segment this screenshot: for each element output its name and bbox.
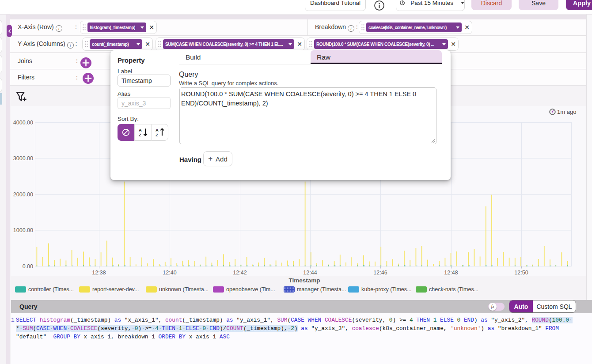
svg-text:A: A [156,128,159,132]
svg-text:Z: Z [139,132,141,137]
svg-text:A: A [139,128,142,132]
svg-text:Z: Z [156,132,158,137]
